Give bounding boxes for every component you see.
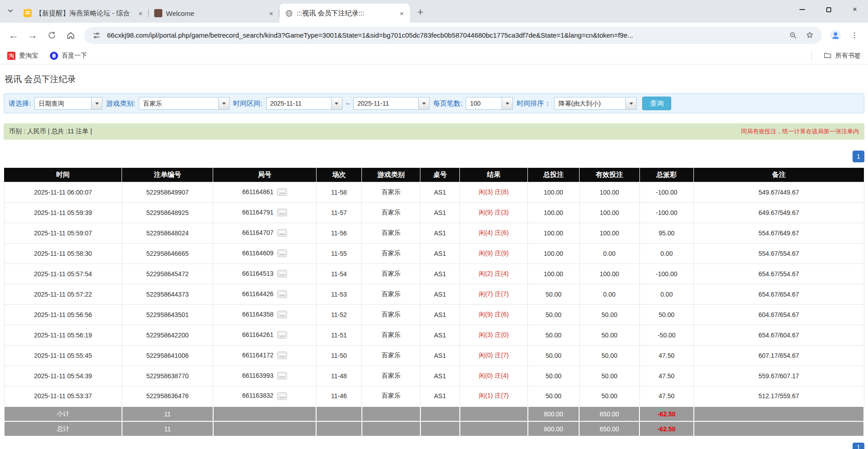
bookmark-baidu[interactable]: 百度一下 (50, 52, 87, 60)
forward-button[interactable]: → (24, 27, 41, 44)
subtotal-total-bet: 800.00 (528, 406, 580, 421)
round-detail-icon[interactable] (277, 188, 287, 196)
cell-total-bet[interactable]: 100.00 (528, 243, 580, 264)
bookmark-star-icon[interactable] (804, 29, 815, 41)
result-banker: 庄(7) (495, 392, 509, 399)
address-bar[interactable]: 66cxkj98.com/ipl/portal.php/game/betreco… (84, 27, 822, 44)
per-page-select[interactable]: 100 (466, 97, 513, 110)
cell-result: 闲(9) 庄(6) (460, 304, 528, 325)
new-tab-button[interactable]: + (414, 5, 427, 19)
chevron-down-icon[interactable] (331, 98, 342, 109)
tab-welcome[interactable]: Welcome × (149, 4, 279, 23)
sort-select[interactable]: 降幂(由大到小) (554, 97, 637, 110)
cell-valid-bet: 100.00 (579, 264, 639, 284)
tab-close-icon[interactable]: × (267, 9, 276, 18)
cell-game-type: 百家乐 (362, 304, 420, 325)
page-1-button-bottom[interactable]: 1 (853, 443, 864, 449)
cell-total-bet[interactable]: 50.00 (528, 325, 580, 345)
result-player: 闲(0) (479, 351, 493, 359)
cell-total-bet[interactable]: 50.00 (528, 284, 580, 304)
cell-remark: 549.67/449.67 (694, 182, 864, 202)
close-button[interactable]: × (842, 0, 868, 19)
grand-total-total-bet: 800.00 (528, 421, 580, 436)
table-row: 2025-11-11 05:57:54522958645472661164513… (4, 264, 864, 284)
cell-session: 11-50 (316, 345, 361, 366)
round-detail-icon[interactable] (277, 351, 287, 359)
bookmark-taobao[interactable]: 淘 爱淘宝 (7, 52, 38, 60)
column-header: 场次 (316, 168, 361, 182)
site-settings-icon[interactable] (91, 29, 102, 41)
round-number: 661163832 (242, 392, 273, 399)
tab-search-button[interactable] (4, 5, 17, 19)
browser-menu-button[interactable] (846, 27, 863, 44)
minimize-icon (800, 9, 805, 10)
minimize-button[interactable] (789, 0, 815, 19)
zoom-icon[interactable] (787, 29, 799, 41)
cell-total-bet[interactable]: 50.00 (528, 366, 580, 386)
back-button[interactable]: ← (5, 27, 22, 44)
chevron-down-icon[interactable] (418, 98, 429, 109)
round-detail-icon[interactable] (277, 270, 287, 278)
round-detail-icon[interactable] (277, 290, 287, 298)
chevron-down-icon[interactable] (91, 98, 102, 109)
date-to-select[interactable]: 2025-11-11 (353, 97, 429, 110)
home-button[interactable] (63, 27, 79, 44)
maximize-button[interactable] (815, 0, 842, 19)
cell-total-bet[interactable]: 50.00 (528, 304, 580, 325)
cell-result: 闲(3) 庄(8) (460, 182, 528, 202)
cell-valid-bet: 100.00 (579, 223, 639, 243)
tab-forum[interactable]: 【新提醒】海燕策略论坛 - 综合 × (18, 4, 149, 23)
cell-session: 11-48 (316, 366, 361, 386)
cell-table-no: AS1 (420, 182, 460, 202)
date-from-select[interactable]: 2025-11-11 (266, 97, 342, 110)
cell-total-bet[interactable]: 50.00 (528, 345, 580, 366)
taobao-icon: 淘 (7, 52, 15, 60)
result-banker: 庄(6) (495, 311, 509, 318)
cell-bet-id: 522958641006 (122, 345, 213, 366)
tab-close-icon[interactable]: × (397, 9, 406, 18)
result-banker: 庄(3) (495, 209, 509, 216)
all-bookmarks-button[interactable]: 所有书签 (824, 51, 861, 61)
sort-label: 时间排序： (517, 99, 551, 108)
cell-table-no: AS1 (420, 304, 460, 325)
cell-valid-bet: 50.00 (579, 325, 639, 345)
chevron-down-icon[interactable] (502, 98, 512, 109)
date-range-label: 时间区间: (233, 99, 262, 108)
round-number: 661164609 (242, 249, 273, 257)
query-mode-select[interactable]: 日期查询 (34, 97, 102, 110)
cell-total-bet[interactable]: 100.00 (528, 264, 580, 284)
round-detail-icon[interactable] (277, 249, 287, 257)
cell-total-bet[interactable]: 100.00 (528, 202, 580, 223)
cell-total-bet[interactable]: 50.00 (528, 386, 580, 406)
tab-close-icon[interactable]: × (136, 9, 145, 18)
round-detail-icon[interactable] (277, 392, 287, 400)
cell-payout: -50.00 (639, 325, 693, 345)
tab-bet-record[interactable]: :::视讯 会员下注纪录::: × (279, 4, 410, 23)
round-detail-icon[interactable] (277, 229, 287, 237)
chevron-down-icon[interactable] (218, 98, 229, 109)
reload-button[interactable] (44, 27, 60, 44)
round-detail-icon[interactable] (277, 372, 287, 380)
cell-game-type: 百家乐 (362, 366, 420, 386)
cell-bet-id: 522958648925 (122, 202, 213, 223)
chevron-down-icon[interactable] (625, 98, 636, 109)
cell-total-bet[interactable]: 100.00 (528, 182, 580, 202)
cell-payout: 47.50 (639, 345, 693, 366)
round-detail-icon[interactable] (277, 331, 287, 339)
result-banker: 庄(4) (495, 372, 509, 379)
url-text[interactable]: 66cxkj98.com/ipl/portal.php/game/betreco… (107, 31, 783, 39)
folder-icon (824, 51, 832, 61)
round-number: 661163993 (242, 372, 273, 379)
game-type-select[interactable]: 百家乐 (139, 97, 229, 110)
cell-remark: 512.17/559.67 (694, 386, 864, 406)
round-detail-icon[interactable] (277, 311, 287, 318)
grand-total-valid-bet: 650.00 (579, 421, 639, 436)
page-1-button[interactable]: 1 (853, 151, 864, 162)
cell-round-id: 661163993 (213, 366, 317, 386)
cell-game-type: 百家乐 (362, 182, 420, 202)
profile-avatar[interactable] (827, 27, 844, 44)
cell-total-bet[interactable]: 100.00 (528, 223, 580, 243)
round-detail-icon[interactable] (277, 209, 287, 216)
three-dots-icon (850, 31, 858, 39)
search-button[interactable]: 查询 (642, 97, 671, 110)
